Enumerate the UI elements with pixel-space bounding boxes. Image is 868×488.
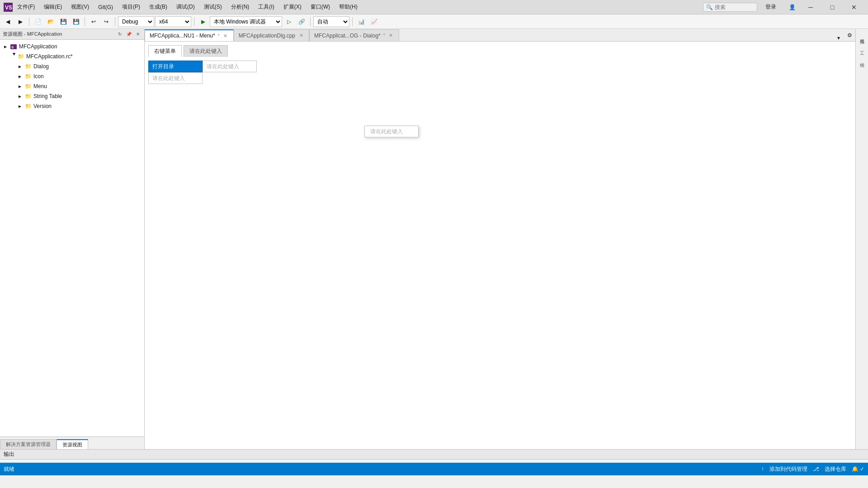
tree-root-label: MFCApplication xyxy=(19,43,57,50)
tree-rc-file[interactable]: ▶ 📁 MFCApplication.rc* xyxy=(0,52,144,61)
tree-menu[interactable]: ▶ 📁 Menu xyxy=(0,81,144,91)
tree-icon[interactable]: ▶ 📁 Icon xyxy=(0,71,144,81)
tree-rc-label: MFCApplication.rc* xyxy=(26,53,73,60)
menu-tools[interactable]: 工具(I) xyxy=(254,0,278,14)
search-box[interactable]: 🔍 xyxy=(703,3,757,12)
menu-project[interactable]: 项目(P) xyxy=(118,0,145,14)
svg-text:S: S xyxy=(11,45,14,49)
login-button[interactable]: 登录 xyxy=(761,1,781,13)
menu-test[interactable]: 测试(S) xyxy=(199,0,226,14)
sync-icon[interactable]: ↻ xyxy=(116,31,123,38)
type-here-tab[interactable]: 请在此处键入 xyxy=(184,45,228,57)
toolbar-sep-4 xyxy=(194,17,194,26)
right-click-menu-tab[interactable]: 右键菜单 xyxy=(148,45,182,57)
string-table-folder-icon: 📁 xyxy=(24,93,32,100)
tab-overflow[interactable]: ▾ xyxy=(835,35,842,41)
tree-menu-label: Menu xyxy=(33,83,47,89)
output-header: 输出 xyxy=(0,450,868,460)
menu-cell-open-dir-label: 打开目录 xyxy=(152,63,174,70)
run-button[interactable]: ▶ xyxy=(197,16,209,28)
tree-string-table[interactable]: ▶ 📁 String Table xyxy=(0,91,144,101)
tab-dlg-cpp-label: MFCApplicationDlg.cpp xyxy=(239,33,295,39)
menu-cell-open-dir[interactable]: 打开目录 xyxy=(148,61,203,72)
start-without-debug-button[interactable]: ▷ xyxy=(283,16,295,28)
menu-build[interactable]: 生成(B) xyxy=(145,0,172,14)
tree-root[interactable]: ▶ S MFCApplication xyxy=(0,42,144,52)
solution-explorer-tab[interactable]: 解决方案资源管理器 xyxy=(0,439,57,449)
branch-icon: ⎇ xyxy=(813,466,819,472)
tab-dialog-close[interactable]: ✕ xyxy=(388,33,394,39)
menu-debug[interactable]: 调试(D) xyxy=(172,0,199,14)
redo-button[interactable]: ↪ xyxy=(100,16,112,28)
menu-help[interactable]: 帮助(H) xyxy=(335,0,362,14)
menu-analyze[interactable]: 分析(N) xyxy=(226,0,254,14)
menu-arrow-icon: ▶ xyxy=(16,83,24,90)
forward-button[interactable]: ▶ xyxy=(14,16,26,28)
left-panel: 资源视图 - MFCApplication ↻ 📌 ✕ ▶ S MFCAppli… xyxy=(0,29,145,449)
root-arrow-icon: ▶ xyxy=(2,43,9,50)
editor-content: 右键菜单 请在此处键入 打开目录 请在此处键入 请在此处键入 xyxy=(145,42,855,449)
diagnostics-button[interactable]: 📊 xyxy=(355,16,367,28)
toolbox-button[interactable]: 工 xyxy=(857,42,867,52)
right-panel: MFCApplica...NU1 - Menu* * ✕ MFCApplicat… xyxy=(145,29,855,449)
status-bar-right: ↑ 添加到代码管理 ⎇ 选择仓库 🔔 ✓ xyxy=(761,465,864,473)
rc-folder-icon: 📁 xyxy=(17,53,24,60)
tab-dlg-cpp[interactable]: MFCApplicationDlg.cpp ✕ xyxy=(234,29,309,41)
restore-button[interactable]: □ xyxy=(822,0,843,14)
menu-extensions[interactable]: 扩展(X) xyxy=(279,0,306,14)
platform-select[interactable]: x64 xyxy=(155,16,191,27)
undo-button[interactable]: ↩ xyxy=(88,16,99,28)
tab-dialog[interactable]: MFCApplicat...OG - Dialog* * ✕ xyxy=(309,29,399,41)
menu-view[interactable]: 视图(V) xyxy=(66,0,94,14)
tab-menu-close[interactable]: ✕ xyxy=(222,33,229,39)
menu-edit[interactable]: 编辑(E) xyxy=(39,0,66,14)
attach-button[interactable]: 🔗 xyxy=(296,16,307,28)
properties-button[interactable]: 属性 xyxy=(857,31,867,41)
resource-view-tab[interactable]: 资源视图 xyxy=(57,439,88,449)
search-icon: 🔍 xyxy=(706,4,713,10)
menu-cell-placeholder-1[interactable]: 请在此处键入 xyxy=(203,61,257,72)
title-bar-controls: ─ □ ✕ xyxy=(800,0,864,14)
perf-button[interactable]: 📈 xyxy=(368,16,380,28)
panel-header: 资源视图 - MFCApplication ↻ 📌 ✕ xyxy=(0,29,144,40)
panel-header-icons: ↻ 📌 ✕ xyxy=(116,31,142,38)
main-container: 资源视图 - MFCApplication ↻ 📌 ✕ ▶ S MFCAppli… xyxy=(0,29,868,449)
back-button[interactable]: ◀ xyxy=(2,16,14,28)
menu-window[interactable]: 窗口(W) xyxy=(306,0,335,14)
add-to-source-control[interactable]: 添加到代码管理 xyxy=(769,465,807,473)
close-button[interactable]: ✕ xyxy=(844,0,864,14)
auto-select[interactable]: 自动 xyxy=(313,16,349,27)
save-button[interactable]: 💾 xyxy=(57,16,69,28)
tab-dlg-cpp-close[interactable]: ✕ xyxy=(298,33,304,39)
profile-icon[interactable]: 👤 xyxy=(784,2,800,12)
toolbar: ◀ ▶ 📄 📂 💾 💾 ↩ ↪ Debug x64 ▶ 本地 Windows 调… xyxy=(0,14,868,29)
menu-git[interactable]: Git(G) xyxy=(94,0,118,14)
tab-menu[interactable]: MFCApplica...NU1 - Menu* * ✕ xyxy=(145,29,234,41)
tab-settings-button[interactable]: ⚙ xyxy=(844,29,855,41)
outline-button[interactable]: 纲 xyxy=(857,54,867,64)
status-ready: 就绪 xyxy=(4,465,14,473)
save-all-button[interactable]: 💾 xyxy=(70,16,82,28)
select-repo[interactable]: 选择仓库 xyxy=(825,465,846,473)
tab-bar: MFCApplica...NU1 - Menu* * ✕ MFCApplicat… xyxy=(145,29,855,42)
menu-cell-placeholder-2-label: 请在此处键入 xyxy=(152,75,185,82)
menu-cell-placeholder-2[interactable]: 请在此处键入 xyxy=(148,72,203,84)
open-button[interactable]: 📂 xyxy=(45,16,57,28)
icon-folder-icon: 📁 xyxy=(24,73,32,80)
icon-arrow-icon: ▶ xyxy=(16,73,24,80)
new-file-button[interactable]: 📄 xyxy=(32,16,44,28)
debug-config-select[interactable]: Debug xyxy=(118,16,154,27)
search-input[interactable] xyxy=(715,4,751,10)
popup-item-1[interactable]: 请在此处键入 xyxy=(365,126,418,137)
tab-overflow-icon: ▾ xyxy=(837,35,840,41)
pin-icon[interactable]: 📌 xyxy=(125,31,132,38)
status-icons: 🔔 ✓ xyxy=(852,466,864,472)
tree-version[interactable]: ▶ 📁 Version xyxy=(0,101,144,111)
tree-dialog[interactable]: ▶ 📁 Dialog xyxy=(0,61,144,71)
close-panel-icon[interactable]: ✕ xyxy=(134,31,142,38)
toolbar-sep-2 xyxy=(85,17,85,26)
minimize-button[interactable]: ─ xyxy=(800,0,821,14)
local-debug-select[interactable]: 本地 Windows 调试器 xyxy=(210,16,282,27)
toolbar-sep-6 xyxy=(352,17,353,26)
menu-file[interactable]: 文件(F) xyxy=(13,0,39,14)
